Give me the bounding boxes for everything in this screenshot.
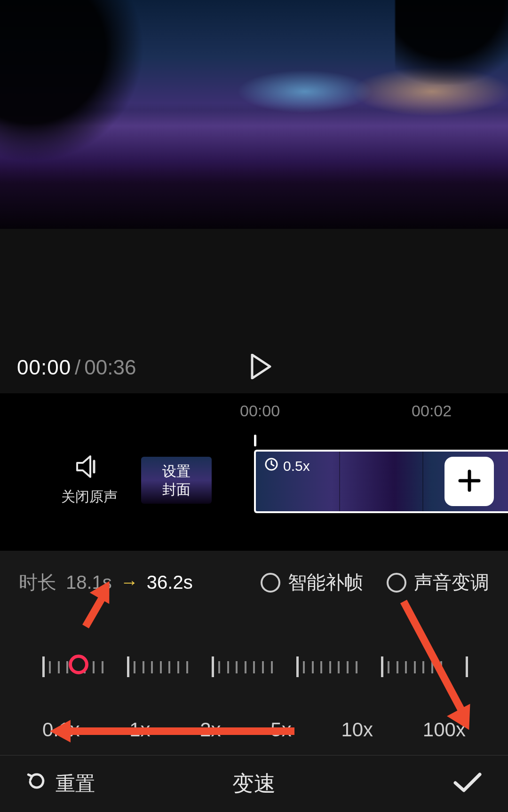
clock-icon — [264, 457, 278, 475]
speaker-icon — [75, 454, 103, 481]
speed-panel: 时长 18.1s → 36.2s 智能补帧 声音变调 0.1x1x2x5x10x… — [0, 551, 508, 754]
reset-button[interactable]: 重置 — [0, 771, 95, 797]
clip-divider — [422, 452, 423, 511]
speed-mark: 0.1x — [42, 718, 79, 741]
mute-label: 关闭原声 — [61, 487, 118, 506]
duration-label: 时长 — [19, 570, 56, 595]
speed-mark: 5x — [270, 718, 291, 741]
speed-mark: 10x — [341, 718, 373, 741]
speed-mark: 1x — [129, 718, 150, 741]
time-total: 00:36 — [84, 356, 136, 379]
mute-button[interactable]: 关闭原声 — [61, 454, 118, 506]
time-current: 00:00 — [17, 356, 71, 379]
plus-icon — [457, 468, 482, 495]
panel-title: 变速 — [232, 769, 276, 798]
spacer — [0, 229, 508, 342]
speed-mark: 2x — [200, 718, 221, 741]
duration-info: 时长 18.1s → 36.2s 智能补帧 声音变调 — [19, 570, 489, 595]
bottom-bar: 重置 变速 — [0, 755, 508, 812]
timeline-ruler: 00:00 00:02 — [0, 402, 508, 420]
video-preview[interactable] — [0, 0, 508, 229]
clip-speed-value: 0.5x — [283, 458, 310, 474]
radio-unchecked-icon — [387, 573, 406, 593]
set-cover-label: 设置 封面 — [162, 462, 190, 499]
check-icon — [452, 772, 483, 794]
ruler-label: 00:00 — [240, 402, 280, 420]
add-clip-button[interactable] — [444, 457, 494, 506]
reset-label: 重置 — [56, 771, 95, 797]
timeline[interactable]: 00:00 00:02 关闭原声 设置 封面 0.5x — [0, 393, 508, 551]
duration-to: 36.2s — [147, 572, 193, 593]
set-cover-button[interactable]: 设置 封面 — [141, 457, 212, 504]
clip-divider — [339, 452, 340, 511]
option-label: 声音变调 — [414, 570, 489, 595]
speed-mark: 100x — [423, 718, 466, 741]
decoration — [395, 0, 508, 85]
slider-handle[interactable] — [69, 655, 88, 674]
ruler-label: 00:02 — [412, 402, 452, 420]
arrow-right-icon: → — [120, 572, 138, 593]
clip-speed-badge: 0.5x — [264, 457, 310, 475]
decoration — [0, 0, 169, 174]
reset-icon — [25, 771, 47, 797]
option-label: 智能补帧 — [288, 570, 363, 595]
speed-marks: 0.1x1x2x5x10x100x — [42, 718, 466, 741]
playback-bar: 00:00 / 00:36 — [0, 342, 508, 393]
confirm-button[interactable] — [452, 772, 483, 796]
duration-from: 18.1s — [66, 572, 112, 593]
radio-unchecked-icon — [261, 573, 280, 593]
play-icon[interactable] — [249, 354, 272, 381]
playhead[interactable] — [254, 435, 256, 446]
time-separator: / — [75, 356, 80, 379]
speed-slider[interactable]: 0.1x1x2x5x10x100x — [42, 656, 466, 741]
smart-interpolation-toggle[interactable]: 智能补帧 — [261, 570, 363, 595]
pitch-shift-toggle[interactable]: 声音变调 — [387, 570, 489, 595]
